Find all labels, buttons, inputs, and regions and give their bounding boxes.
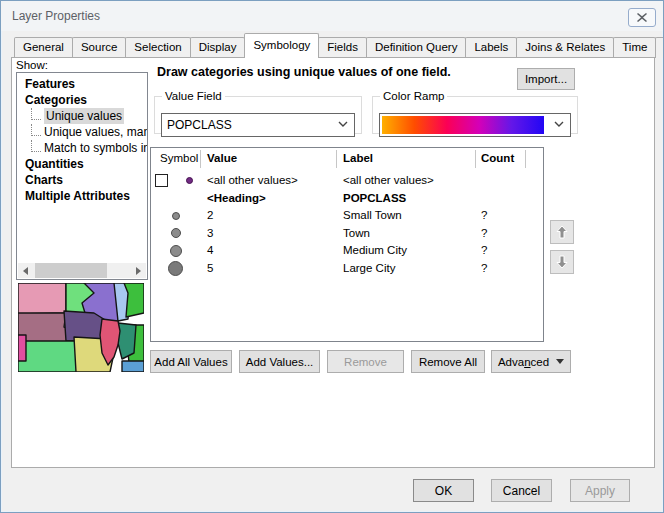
close-button[interactable] (628, 8, 656, 27)
close-icon (637, 13, 647, 22)
window-title: Layer Properties (12, 9, 100, 23)
column-header-label[interactable]: Label (343, 152, 373, 164)
tab-strip: General Source Selection Display Symbolo… (14, 36, 653, 58)
tab-definition-query[interactable]: Definition Query (366, 37, 466, 58)
color-ramp-dropdown[interactable] (379, 113, 571, 137)
table-row-heading[interactable]: <Heading> POPCLASS (151, 190, 543, 208)
column-divider (200, 150, 201, 168)
tab-display[interactable]: Display (190, 37, 246, 58)
show-tree[interactable]: Features Categories Unique values Unique… (16, 72, 148, 280)
tab-labels[interactable]: Labels (465, 37, 517, 58)
column-divider (336, 150, 337, 168)
tree-horizontal-scrollbar[interactable] (18, 263, 146, 278)
table-row-value-5[interactable]: 5 Large City ? (151, 260, 543, 278)
chevron-down-icon (338, 121, 348, 127)
column-divider (525, 150, 526, 168)
tree-item-unique-values[interactable]: Unique values (17, 108, 147, 124)
tree-item-match-to-symbols[interactable]: Match to symbols in a (17, 140, 147, 156)
scroll-left-icon[interactable] (18, 263, 33, 278)
move-up-button[interactable] (550, 220, 574, 244)
tree-item-unique-values-many[interactable]: Unique values, many (17, 124, 147, 140)
tree-item-quantities[interactable]: Quantities (17, 156, 147, 172)
tree-elbow-icon (31, 124, 41, 136)
show-label: Show: (16, 59, 48, 71)
column-header-value[interactable]: Value (207, 152, 237, 164)
dropdown-arrow-icon (556, 359, 564, 364)
graduated-circle-symbol-icon[interactable] (168, 261, 183, 276)
tree-item-categories[interactable]: Categories (17, 92, 147, 108)
ok-button[interactable]: OK (413, 479, 474, 502)
value-field-label: Value Field (162, 90, 225, 102)
tab-joins-relates[interactable]: Joins & Relates (516, 37, 614, 58)
remove-button[interactable]: Remove (327, 350, 404, 373)
tab-html-popup[interactable]: HTML Popup (655, 37, 664, 58)
scroll-right-icon[interactable] (131, 263, 146, 278)
title-bar[interactable]: Layer Properties (1, 1, 663, 31)
table-row-all-other-values[interactable]: <all other values> <all other values> (151, 172, 543, 190)
tab-time[interactable]: Time (613, 37, 656, 58)
chevron-down-icon (554, 121, 564, 127)
graduated-circle-symbol-icon[interactable] (172, 212, 180, 220)
value-field-group: Value Field POPCLASS (154, 90, 362, 134)
column-header-symbol[interactable]: Symbol (160, 152, 198, 164)
tab-source[interactable]: Source (72, 37, 126, 58)
value-field-value: POPCLASS (167, 118, 232, 132)
arrow-down-icon (555, 255, 569, 269)
advanced-button[interactable]: Advanced (491, 350, 571, 373)
column-divider (475, 150, 476, 168)
scrollbar-thumb[interactable] (35, 263, 107, 278)
tree-elbow-icon (31, 108, 41, 120)
add-values-button[interactable]: Add Values... (239, 350, 320, 373)
tree-elbow-icon (31, 140, 41, 152)
instruction-text: Draw categories using unique values of o… (157, 65, 451, 79)
remove-all-button[interactable]: Remove All (411, 350, 485, 373)
unique-values-table[interactable]: Symbol Value Label Count <all other valu… (150, 147, 544, 342)
tab-selection[interactable]: Selection (125, 37, 190, 58)
color-ramp-group: Color Ramp (372, 90, 578, 134)
table-row-value-3[interactable]: 3 Town ? (151, 225, 543, 243)
arrow-up-icon (555, 225, 569, 239)
tree-item-features[interactable]: Features (17, 76, 147, 92)
graduated-circle-symbol-icon[interactable] (170, 245, 182, 257)
symbology-tab-page: Show: Features Categories Unique values … (11, 57, 655, 468)
table-row-value-2[interactable]: 2 Small Town ? (151, 207, 543, 225)
map-preview-thumbnail (18, 283, 144, 372)
table-row-value-4[interactable]: 4 Medium City ? (151, 242, 543, 260)
purple-point-symbol-icon[interactable] (186, 177, 193, 184)
all-other-values-checkbox[interactable] (155, 174, 168, 187)
apply-button[interactable]: Apply (570, 479, 630, 502)
graduated-circle-symbol-icon[interactable] (171, 228, 181, 238)
cancel-button[interactable]: Cancel (491, 479, 552, 502)
add-all-values-button[interactable]: Add All Values (150, 350, 232, 373)
import-button[interactable]: Import... (517, 68, 575, 90)
tab-general[interactable]: General (14, 37, 73, 58)
move-down-button[interactable] (550, 250, 574, 274)
color-ramp-gradient (382, 116, 544, 134)
table-header-row: Symbol Value Label Count (151, 148, 543, 170)
color-ramp-label: Color Ramp (380, 90, 447, 102)
tree-item-charts[interactable]: Charts (17, 172, 147, 188)
value-field-dropdown[interactable]: POPCLASS (161, 113, 355, 137)
tab-symbology[interactable]: Symbology (244, 33, 319, 58)
layer-properties-dialog: Layer Properties General Source Selectio… (0, 0, 664, 513)
tab-fields[interactable]: Fields (318, 37, 367, 58)
tree-item-multiple-attributes[interactable]: Multiple Attributes (17, 188, 147, 204)
column-header-count[interactable]: Count (481, 152, 514, 164)
